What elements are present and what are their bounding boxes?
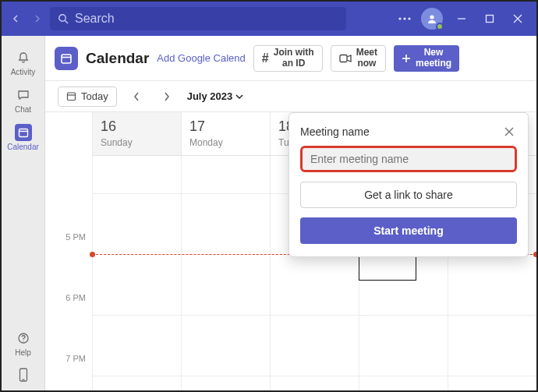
- rail-label: Calendar: [7, 143, 39, 151]
- subbar: Today July 2023: [45, 81, 536, 112]
- next-button[interactable]: [158, 87, 176, 106]
- chevron-down-icon: [235, 94, 243, 100]
- join-with-id-button[interactable]: # Join withan ID: [253, 45, 323, 72]
- rail-label: Help: [15, 348, 31, 357]
- svg-rect-21: [68, 93, 76, 101]
- content: Calendar Add Google Calend # Join withan…: [45, 36, 536, 390]
- svg-rect-10: [19, 129, 27, 136]
- bell-icon: [15, 49, 32, 66]
- new-line1: New: [424, 48, 444, 58]
- add-google-calendar-link[interactable]: Add Google Calend: [157, 52, 245, 64]
- svg-point-2: [398, 17, 401, 19]
- meet-now-popover: Meeting name Get a link to share Start m…: [288, 112, 529, 257]
- rail-chat[interactable]: Chat: [2, 81, 45, 118]
- video-icon: [339, 54, 352, 63]
- left-rail: Activity Chat Calendar Help: [2, 36, 45, 390]
- svg-point-13: [23, 341, 23, 341]
- join-id-line2: an ID: [282, 58, 305, 69]
- phone-icon: [15, 366, 32, 383]
- presence-indicator: [436, 23, 444, 30]
- rail-help[interactable]: Help: [2, 327, 45, 364]
- search-icon: [58, 13, 69, 24]
- new-meeting-button[interactable]: Newmeeting: [394, 45, 459, 72]
- back-button[interactable]: [6, 9, 27, 29]
- calendar-small-icon: [66, 91, 76, 101]
- day-header[interactable]: 16Sunday: [92, 112, 181, 155]
- avatar[interactable]: [421, 8, 443, 30]
- svg-point-0: [59, 15, 65, 21]
- meeting-name-input[interactable]: [300, 146, 517, 172]
- svg-point-5: [430, 15, 434, 19]
- minimize-button[interactable]: [448, 5, 476, 33]
- get-link-label: Get a link to share: [364, 189, 453, 201]
- toolbar: Calendar Add Google Calend # Join withan…: [45, 36, 536, 81]
- search-input[interactable]: Search: [50, 7, 346, 30]
- svg-rect-7: [487, 16, 494, 23]
- rail-label: Activity: [11, 68, 36, 76]
- close-button[interactable]: [504, 5, 532, 33]
- selection-rect[interactable]: [359, 256, 416, 281]
- rail-device[interactable]: [2, 364, 45, 390]
- rail-calendar[interactable]: Calendar: [2, 118, 45, 156]
- today-label: Today: [81, 90, 108, 102]
- time-gutter: 5 PM 6 PM 7 PM 8 PM: [45, 156, 92, 390]
- titlebar: Search: [2, 2, 536, 36]
- svg-line-1: [65, 20, 68, 23]
- meet-line2: now: [357, 58, 376, 69]
- search-placeholder: Search: [75, 12, 115, 26]
- prev-button[interactable]: [128, 87, 147, 106]
- month-label: July 2023: [187, 90, 233, 102]
- page-title: Calendar: [86, 50, 149, 67]
- meet-now-button[interactable]: Meetnow: [331, 45, 386, 72]
- help-icon: [15, 330, 32, 347]
- today-button[interactable]: Today: [58, 87, 117, 107]
- hash-icon: #: [262, 51, 269, 65]
- new-line2: meeting: [416, 58, 451, 69]
- svg-rect-18: [340, 55, 347, 62]
- meet-line1: Meet: [356, 48, 377, 58]
- svg-rect-16: [62, 55, 71, 63]
- svg-point-3: [403, 17, 405, 19]
- calendar-badge-icon: [55, 47, 78, 70]
- rail-label: Chat: [15, 105, 31, 114]
- hour-label: 6 PM: [65, 293, 86, 302]
- start-meeting-button[interactable]: Start meeting: [300, 217, 517, 244]
- calendar-icon: [15, 124, 32, 141]
- forward-button[interactable]: [27, 9, 47, 29]
- person-icon: [427, 13, 437, 24]
- svg-point-4: [408, 17, 410, 19]
- hour-label: 5 PM: [65, 232, 86, 242]
- calendar-grid[interactable]: 16Sunday 17Monday 18Tuesday ay 5 PM 6 PM…: [45, 112, 536, 390]
- maximize-button[interactable]: [476, 5, 504, 33]
- chat-icon: [15, 87, 32, 104]
- popover-title: Meeting name: [300, 125, 370, 138]
- day-header[interactable]: 17Monday: [181, 112, 270, 155]
- get-link-button[interactable]: Get a link to share: [300, 182, 517, 208]
- month-picker[interactable]: July 2023: [187, 90, 244, 102]
- plus-icon: [402, 54, 411, 63]
- rail-activity[interactable]: Activity: [2, 44, 45, 81]
- hour-label: 7 PM: [65, 354, 86, 363]
- more-button[interactable]: [393, 7, 416, 30]
- join-id-line1: Join with: [274, 48, 314, 58]
- close-icon[interactable]: [501, 124, 517, 139]
- start-meeting-label: Start meeting: [373, 224, 443, 237]
